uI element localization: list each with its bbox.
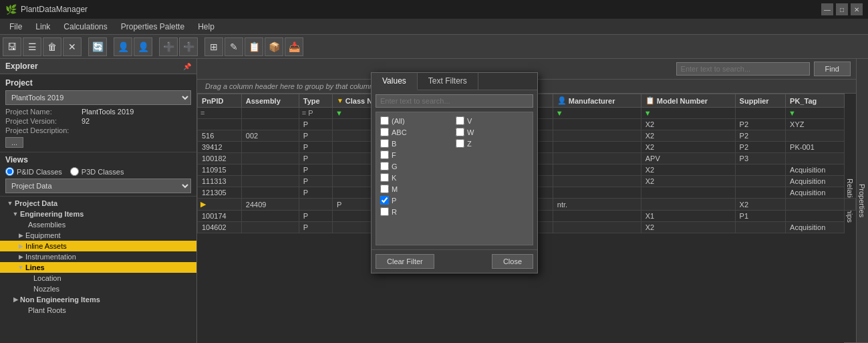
th-assembly[interactable]: Assembly [241, 94, 299, 108]
th-modelnumber[interactable]: 📋 Model Number [641, 94, 735, 108]
filter-check-item[interactable]: V [454, 115, 530, 126]
project-info: Project Name: PlantTools 2019 Project Ve… [5, 108, 191, 148]
modelnumber-icon: 📋 [645, 96, 655, 105]
close-button[interactable]: ✕ [851, 3, 863, 15]
tree-item-engineering-items[interactable]: ▼ Engineering Items [0, 209, 196, 219]
tree-item-assemblies[interactable]: Assemblies [0, 219, 196, 230]
tb-user1[interactable]: 👤 [114, 37, 132, 56]
app-icon: 🌿 [5, 4, 17, 15]
th-type-label: Type [303, 97, 320, 105]
close-dialog-button[interactable]: Close [492, 254, 533, 269]
tb-add2[interactable]: ➕ [179, 37, 198, 56]
tree-arrow-equipment: ▶ [16, 232, 25, 239]
project-name-label: Project Name: [5, 108, 79, 116]
tree-item-nozzles[interactable]: Nozzles [0, 283, 196, 294]
tb-close[interactable]: ✕ [63, 37, 82, 56]
th-type[interactable]: Type [299, 94, 332, 108]
filter-check-item[interactable]: F [379, 149, 454, 160]
menubar: File Link Calculations Properties Palett… [0, 19, 868, 35]
th-pktag[interactable]: PK_Tag [786, 94, 845, 108]
explorer-title: Explorer [5, 62, 38, 71]
menu-calculations[interactable]: Calculations [57, 21, 114, 33]
project-dropdown[interactable]: PlantTools 2019 [5, 90, 191, 105]
filter-check-item[interactable]: G [379, 160, 454, 172]
tb-add1[interactable]: ➕ [159, 37, 178, 56]
filter-dialog: Values Text Filters (All)ABCBFGKMPR VWZ … [371, 72, 538, 273]
radio-pid[interactable]: P&ID Classes [5, 167, 62, 176]
tree-arrow-non-engineering: ▶ [11, 296, 20, 303]
filter-check-item[interactable]: B [379, 138, 454, 149]
project-title: Project [5, 78, 191, 88]
tree-item-instrumentation[interactable]: ▶ Instrumentation [0, 251, 196, 262]
app-title: PlantDataManager [21, 5, 821, 14]
th-supplier[interactable]: Supplier [735, 94, 785, 108]
tb-grid[interactable]: ⊞ [204, 37, 223, 56]
tree-arrow-project-data: ▼ [5, 200, 15, 207]
right-panel: Find Drag a column header here to group … [197, 59, 856, 343]
clear-filter-button[interactable]: Clear Filter [376, 254, 434, 269]
filter-check-item[interactable]: P [379, 195, 454, 206]
tree-item-location[interactable]: Location [0, 273, 196, 283]
filter-check-item[interactable]: (All) [379, 115, 454, 126]
tb-user2[interactable]: 👤 [134, 37, 152, 56]
menu-file[interactable]: File [3, 21, 29, 33]
th-assembly-label: Assembly [246, 97, 281, 105]
th-pnpid-label: PnPID [202, 97, 223, 105]
filter-check-item[interactable]: M [379, 183, 454, 195]
th-modelnumber-label: Model Number [657, 97, 708, 105]
project-version-value: 92 [82, 117, 90, 125]
window-controls: — □ ✕ [821, 3, 863, 15]
dialog-footer: Clear Filter Close [372, 249, 537, 273]
filter-check-item[interactable]: K [379, 172, 454, 183]
minimize-button[interactable]: — [821, 3, 833, 15]
tree-item-plant-roots[interactable]: Plant Roots [0, 305, 196, 316]
filter-model-icon: ▼ [644, 109, 652, 117]
tree-item-inline-assets[interactable]: ▶ Inline Assets [0, 241, 196, 251]
menu-help[interactable]: Help [191, 21, 221, 33]
th-pnpid[interactable]: PnPID [198, 94, 242, 108]
tb-clipboard[interactable]: 📋 [245, 37, 263, 56]
project-desc-button[interactable]: ... [5, 137, 23, 148]
filter-check-item[interactable]: W [454, 126, 530, 138]
maximize-button[interactable]: □ [836, 3, 848, 15]
pin-icon[interactable]: 📌 [183, 63, 191, 70]
tb-package[interactable]: 📦 [265, 37, 283, 56]
project-section: Project PlantTools 2019 Project Name: Pl… [0, 74, 196, 152]
dialog-body: (All)ABCBFGKMPR VWZ [372, 90, 537, 249]
explorer-header: Explorer 📌 [0, 59, 196, 74]
filter-check-item[interactable]: ABC [379, 126, 454, 138]
th-manufacturer[interactable]: 👤 Manufacturer [553, 94, 641, 108]
tb-refresh[interactable]: 🔄 [88, 37, 107, 56]
menu-properties-palette[interactable]: Properties Palette [114, 21, 191, 33]
filter-search-input[interactable] [376, 94, 533, 108]
filter-pktag-icon: ▼ [788, 109, 796, 117]
menu-link[interactable]: Link [29, 21, 57, 33]
search-input[interactable] [676, 62, 810, 76]
tree-item-project-data[interactable]: ▼ Project Data [0, 198, 196, 209]
props-tab-properties[interactable]: Properties [856, 59, 868, 343]
views-title: Views [5, 155, 191, 164]
tree-item-equipment[interactable]: ▶ Equipment [0, 230, 196, 241]
tb-save[interactable]: 🖫 [3, 37, 21, 56]
radio-p3d[interactable]: P3D Classes [70, 167, 124, 176]
tb-import[interactable]: 📥 [285, 37, 303, 56]
tree-arrow-engineering-items: ▼ [11, 211, 20, 217]
view-dropdown[interactable]: Project Data [5, 179, 191, 193]
filter-check-item[interactable]: Z [454, 138, 530, 149]
filter-pnpid: = [200, 109, 204, 117]
filter-check-item[interactable]: R [379, 206, 454, 217]
tree-item-lines[interactable]: ▼ Lines [0, 262, 196, 273]
filter-mfr-icon: ▼ [556, 109, 563, 117]
tab-text-filters[interactable]: Text Filters [418, 73, 478, 90]
tree-section: ▼ Project Data ▼ Engineering Items Assem… [0, 197, 196, 343]
tree-item-non-engineering-items[interactable]: ▶ Non Engineering Items [0, 294, 196, 305]
tb-edit[interactable]: ✎ [225, 37, 243, 56]
find-button[interactable]: Find [814, 62, 851, 76]
manufacturer-icon: 👤 [557, 96, 567, 105]
dialog-tabs: Values Text Filters [372, 73, 537, 90]
tb-list[interactable]: ☰ [23, 37, 41, 56]
right-props-panel: Properties Relationships [856, 59, 868, 343]
tree-arrow-lines: ▼ [16, 264, 25, 271]
tab-values[interactable]: Values [372, 73, 418, 90]
tb-delete[interactable]: 🗑 [43, 37, 61, 56]
